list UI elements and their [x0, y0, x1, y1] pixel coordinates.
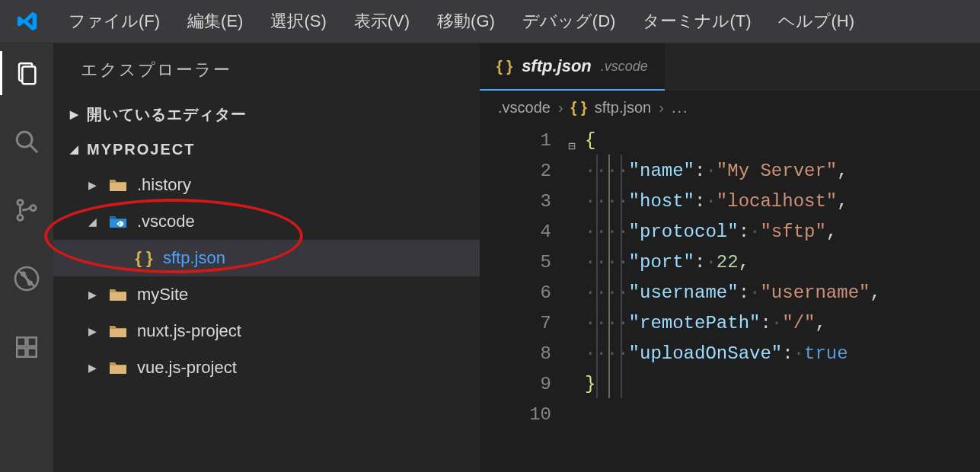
- editor-tabs: { } sftp.json .vscode: [480, 43, 980, 91]
- svg-point-4: [18, 200, 23, 206]
- menu-debug[interactable]: デバッグ(D): [522, 10, 616, 33]
- chevron-right-icon: ▶: [67, 108, 82, 120]
- chevron-right-icon: ›: [558, 99, 563, 116]
- scrollbar-track[interactable]: [969, 124, 980, 472]
- menu-edit[interactable]: 編集(E): [187, 10, 243, 33]
- tree-folder-vscode[interactable]: ◢ .vscode: [53, 203, 480, 240]
- chevron-down-icon: ◢: [67, 143, 82, 155]
- activity-explorer-icon[interactable]: [11, 57, 43, 89]
- tab-filename: sftp.json: [522, 56, 592, 76]
- line-number: 6: [480, 278, 551, 308]
- tree-label: .history: [137, 175, 191, 195]
- line-gutter: 1 2 3 4 5 6 7 8 9 10: [480, 124, 563, 472]
- chevron-right-icon: ›: [659, 99, 664, 116]
- svg-rect-1: [22, 67, 35, 85]
- activity-debug-icon[interactable]: [11, 263, 43, 295]
- tree-label: mySite: [137, 285, 188, 305]
- chevron-right-icon: ▶: [88, 289, 99, 301]
- tab-sftp-json[interactable]: { } sftp.json .vscode: [480, 43, 665, 91]
- crumb-file[interactable]: sftp.json: [595, 99, 651, 116]
- chevron-right-icon: ▶: [88, 179, 99, 191]
- code-brace-close: }: [585, 374, 595, 394]
- folder-icon: [108, 358, 128, 378]
- code-lines[interactable]: { ····"name":·"My Server", ····"host":·"…: [585, 124, 969, 430]
- menubar: ファイル(F) 編集(E) 選択(S) 表示(V) 移動(G) デバッグ(D) …: [0, 0, 980, 43]
- vscode-folder-icon: [108, 212, 128, 231]
- chevron-right-icon: ▶: [88, 325, 99, 337]
- activity-extensions-icon[interactable]: [11, 331, 43, 363]
- open-editors-section[interactable]: ▶ 開いているエディター: [53, 97, 480, 132]
- fold-toggle-icon[interactable]: ⊟: [568, 132, 576, 162]
- menu-terminal[interactable]: ターミナル(T): [643, 10, 751, 33]
- menu-select[interactable]: 選択(S): [270, 10, 326, 33]
- svg-point-9: [28, 282, 31, 285]
- line-number: 7: [480, 308, 551, 339]
- svg-point-5: [18, 215, 23, 220]
- svg-rect-13: [27, 337, 36, 346]
- tabs-empty: [665, 43, 980, 91]
- line-number: 10: [480, 400, 551, 430]
- tree-folder-vue[interactable]: ▶ vue.js-project: [53, 349, 480, 386]
- file-tree: ▶ .history ◢ .vscode { } sftp.json ▶: [53, 167, 480, 386]
- activity-bar: [0, 43, 53, 472]
- json-file-icon: { }: [134, 248, 154, 268]
- folder-icon: [108, 321, 128, 341]
- svg-line-3: [30, 145, 37, 152]
- project-name: MYPROJECT: [87, 141, 195, 158]
- editor-area: { } sftp.json .vscode .vscode › { } sftp…: [480, 43, 980, 472]
- crumb-rest[interactable]: ...: [672, 99, 689, 116]
- code-editor[interactable]: 1 2 3 4 5 6 7 8 9 10 ⊟ {: [480, 124, 980, 472]
- menu-view[interactable]: 表示(V): [354, 10, 410, 33]
- tab-dirname: .vscode: [601, 59, 648, 75]
- tree-label: sftp.json: [163, 248, 225, 268]
- line-number: 9: [480, 369, 551, 400]
- explorer-sidebar: エクスプローラー ▶ 開いているエディター ◢ MYPROJECT ▶ .his…: [53, 43, 480, 472]
- tree-label: .vscode: [137, 212, 195, 231]
- explorer-title: エクスプローラー: [53, 43, 480, 97]
- crumb-dir[interactable]: .vscode: [498, 99, 551, 116]
- open-editors-label: 開いているエディター: [87, 104, 247, 125]
- json-file-icon: { }: [571, 99, 587, 116]
- tree-folder-nuxt[interactable]: ▶ nuxt.js-project: [53, 313, 480, 349]
- svg-point-2: [17, 132, 32, 147]
- line-number: 2: [480, 156, 551, 187]
- tree-folder-history[interactable]: ▶ .history: [53, 167, 480, 203]
- menu-help[interactable]: ヘルプ(H): [778, 10, 854, 33]
- vscode-logo-icon: [14, 8, 41, 35]
- svg-point-8: [21, 273, 24, 276]
- menu-go[interactable]: 移動(G): [437, 10, 495, 33]
- line-number: 8: [480, 339, 551, 369]
- svg-rect-12: [27, 348, 36, 356]
- tree-file-sftp-json[interactable]: { } sftp.json: [53, 240, 480, 276]
- code-brace-open: {: [585, 130, 595, 151]
- svg-rect-10: [17, 337, 25, 346]
- line-number: 4: [480, 217, 551, 247]
- svg-rect-11: [17, 348, 25, 356]
- indent-guides: [596, 155, 633, 398]
- line-number: 5: [480, 247, 551, 278]
- tree-label: vue.js-project: [137, 358, 237, 378]
- breadcrumbs[interactable]: .vscode › { } sftp.json › ...: [480, 91, 980, 124]
- tree-label: nuxt.js-project: [137, 321, 241, 341]
- folder-icon: [108, 285, 128, 305]
- chevron-right-icon: ▶: [88, 362, 99, 374]
- project-root[interactable]: ◢ MYPROJECT: [53, 132, 480, 167]
- activity-search-icon[interactable]: [11, 126, 43, 158]
- folder-icon: [108, 175, 128, 195]
- menu-file[interactable]: ファイル(F): [69, 10, 160, 33]
- tree-folder-mysite[interactable]: ▶ mySite: [53, 276, 480, 313]
- chevron-down-icon: ◢: [88, 215, 99, 228]
- line-number: 3: [480, 187, 551, 217]
- activity-source-control-icon[interactable]: [11, 194, 43, 226]
- json-file-icon: { }: [496, 58, 512, 75]
- line-number: 1: [480, 126, 551, 156]
